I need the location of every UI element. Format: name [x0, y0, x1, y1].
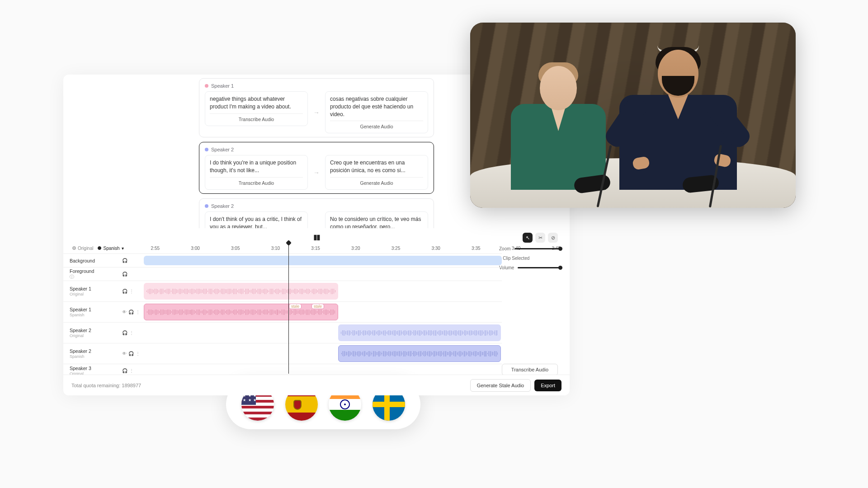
volume-slider[interactable]	[518, 267, 562, 268]
segment-card[interactable]: Speaker 2 I don't think of you as a crit…	[199, 198, 434, 228]
cut-tool-icon[interactable]: ✂	[535, 233, 545, 243]
segment-card[interactable]: Speaker 1 negative things about whatever…	[199, 78, 434, 137]
time-tick: 3:15	[311, 246, 320, 251]
speaker-dot-icon	[205, 84, 208, 88]
headphones-icon[interactable]: 🎧	[122, 368, 127, 373]
time-tick: 3:30	[431, 246, 440, 251]
export-button[interactable]: Export	[534, 380, 561, 391]
time-tick: 3:35	[472, 246, 480, 251]
eye-icon[interactable]: 👁	[122, 310, 127, 314]
track-foreground: Foreground ⓘ 🎧	[63, 267, 502, 281]
time-tick: 3:05	[231, 246, 240, 251]
headphones-icon[interactable]: 🎧	[122, 289, 127, 294]
speaker-dot-icon	[205, 148, 208, 151]
track-speaker2-original: Speaker 2Original 🎧⋮	[63, 322, 502, 343]
pause-button[interactable]: ▮▮	[313, 233, 320, 241]
more-icon[interactable]: ⋮	[129, 289, 134, 294]
more-icon[interactable]: ⋮	[129, 368, 134, 373]
more-icon[interactable]: ⋮	[136, 351, 140, 356]
quota-label: Total quota remaining: 1898977	[71, 383, 141, 388]
target-text: cosas negativas sobre cualquier producto…	[330, 95, 423, 118]
headphones-icon[interactable]: 🎧	[128, 351, 134, 356]
speaker-label: Speaker 2	[211, 147, 234, 152]
headphones-icon[interactable]: 🎧	[128, 310, 134, 314]
time-tick: 3:10	[271, 246, 280, 251]
arrow-right-icon: →	[313, 225, 320, 228]
footer-bar: Total quota remaining: 1898977 Generate …	[63, 375, 570, 395]
cursor-tool-icon[interactable]: ↖	[523, 233, 533, 243]
eye-icon[interactable]: 👁	[122, 351, 127, 356]
headphones-icon[interactable]: 🎧	[122, 330, 127, 335]
tab-original[interactable]: Original	[72, 246, 93, 251]
arrow-right-icon: →	[313, 109, 320, 116]
timeline-tools: ↖ ✂ ⊘	[523, 233, 558, 243]
audio-clip[interactable]	[338, 324, 501, 341]
more-icon[interactable]: ⋮	[136, 310, 140, 314]
arrow-right-icon: →	[313, 169, 320, 176]
track-speaker1-spanish: Speaker 1Spanish 👁🎧⋮ stale stale	[63, 301, 502, 322]
generate-stale-button[interactable]: Generate Stale Audio	[470, 379, 531, 392]
headphones-icon[interactable]: 🎧	[122, 272, 127, 277]
zoom-label: Zoom	[499, 246, 511, 251]
source-text: I don't think of you as a critic, I thin…	[210, 216, 303, 228]
person-left	[511, 54, 606, 190]
side-panel: Zoom 1 Clip Selected Volume	[499, 246, 562, 275]
track-speaker1-original: Speaker 1Original 🎧⋮	[63, 281, 502, 301]
source-text: I do think you're in a unique position t…	[210, 159, 303, 174]
more-icon[interactable]: ⋮	[129, 330, 134, 335]
timeline-tracks: Background 🎧 Foreground ⓘ 🎧 Speaker 1Ori…	[63, 253, 502, 377]
source-text: negative things about whatever product I…	[210, 95, 303, 111]
info-icon[interactable]: ⓘ	[70, 274, 74, 279]
background-clip[interactable]	[144, 256, 502, 265]
generate-button[interactable]: Generate Audio	[330, 177, 423, 186]
tab-spanish[interactable]: Spanish▾	[98, 246, 123, 251]
stale-badge: stale	[311, 304, 324, 309]
target-text: Creo que te encuentras en una posición ú…	[330, 159, 423, 174]
audio-clip-selected[interactable]: stale stale	[144, 304, 338, 320]
timeline-header: Original Spanish▾ 2:553:003:053:103:153:…	[63, 243, 570, 253]
zoom-slider[interactable]	[514, 248, 562, 249]
speaker-label: Speaker 1	[211, 83, 234, 89]
time-tick: 3:20	[351, 246, 360, 251]
person-right	[619, 45, 737, 190]
time-tick: 3:00	[191, 246, 199, 251]
delete-tool-icon[interactable]: ⊘	[548, 233, 558, 243]
video-preview	[470, 23, 796, 208]
audio-clip[interactable]	[144, 283, 338, 300]
playhead[interactable]	[288, 243, 289, 374]
transcribe-audio-button[interactable]: Transcribe Audio	[502, 364, 558, 375]
speaker-label: Speaker 2	[211, 203, 234, 209]
generate-button[interactable]: Generate Audio	[330, 121, 423, 129]
headphones-icon[interactable]: 🎧	[122, 258, 127, 263]
track-background: Background 🎧	[63, 253, 502, 267]
stale-badge: stale	[289, 304, 302, 309]
time-tick: 2:55	[151, 246, 160, 251]
time-tick: 3:25	[392, 246, 400, 251]
transcribe-button[interactable]: Transcribe Audio	[210, 177, 303, 186]
transcribe-button[interactable]: Transcribe Audio	[210, 113, 303, 122]
selection-label: 1 Clip Selected	[499, 256, 529, 261]
segment-card-active[interactable]: Speaker 2 I do think you're in a unique …	[199, 142, 434, 194]
target-text: No te considero un crítico, te veo más c…	[330, 216, 423, 228]
audio-clip-selected[interactable]	[338, 345, 501, 362]
speaker-dot-icon	[205, 204, 208, 208]
track-speaker2-spanish: Speaker 2Spanish 👁🎧⋮	[63, 343, 502, 364]
